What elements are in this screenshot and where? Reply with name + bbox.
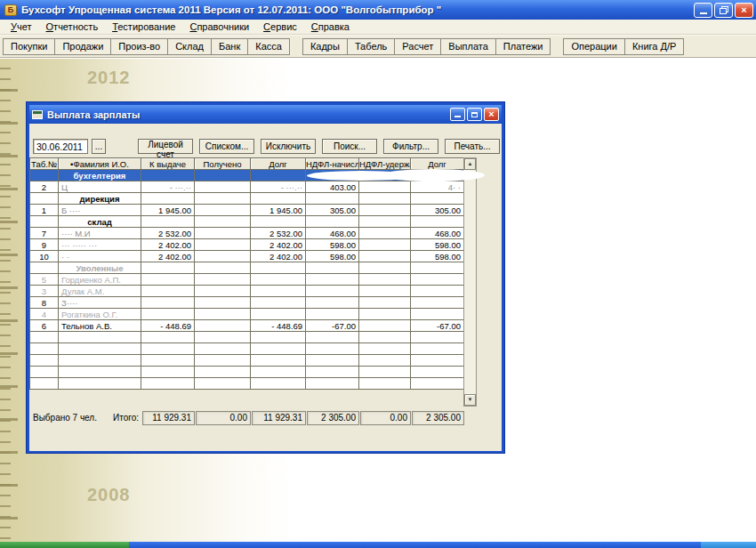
empty-row[interactable]	[30, 355, 464, 367]
employee-row[interactable]: 9··· ····· ···2 402.002 402.00598.00598.…	[30, 239, 464, 251]
column-header[interactable]: •Фамилия И.О.	[59, 158, 141, 170]
toolbar-group: ОперацииКнига Д/Р	[563, 38, 683, 55]
section-row[interactable]: дирекция	[30, 193, 464, 205]
payment-date-input[interactable]	[33, 139, 88, 154]
toolbar-button-Выплата[interactable]: Выплата	[440, 38, 496, 55]
toolbar-button-Книга Д/Р[interactable]: Книга Д/Р	[624, 38, 684, 55]
column-header[interactable]: Таб.№	[30, 158, 59, 170]
column-header[interactable]: Долг	[411, 158, 464, 170]
cell	[141, 343, 195, 355]
menu-item-Сервис[interactable]: Сервис	[256, 20, 304, 34]
menu-item-Справочники[interactable]: Справочники	[182, 20, 256, 34]
cell	[306, 297, 359, 309]
menu-item-Отчетность[interactable]: Отчетность	[39, 20, 106, 34]
toolbar-button-Произ-во[interactable]: Произ-во	[110, 38, 168, 55]
employee-row[interactable]: 8З····	[30, 297, 464, 309]
total-cell: 2 305.00	[307, 411, 359, 425]
dialog-titlebar[interactable]: Выплата зарплаты ×	[29, 105, 502, 124]
dialog-button-Списком...[interactable]: Списком...	[199, 139, 254, 154]
date-browse-button[interactable]: ...	[92, 139, 106, 154]
column-header[interactable]: Долг	[251, 158, 306, 170]
empty-row[interactable]	[30, 332, 464, 343]
toolbar-button-Платежи[interactable]: Платежи	[495, 38, 551, 55]
restore-icon	[720, 6, 728, 14]
column-header[interactable]: Получено	[195, 158, 251, 170]
toolbar-button-Табель[interactable]: Табель	[347, 38, 395, 55]
toolbar-button-Расчет[interactable]: Расчет	[394, 38, 441, 55]
start-button[interactable]	[0, 542, 129, 548]
dialog-button-Исключить[interactable]: Исключить	[261, 139, 316, 154]
menu-item-Тестирование[interactable]: Тестирование	[105, 20, 182, 34]
toolbar-button-Кадры[interactable]: Кадры	[302, 38, 348, 55]
employee-row[interactable]: 2Ц- ···.··- ···.··403.004· ·	[30, 181, 464, 193]
toolbar-button-Склад[interactable]: Склад	[167, 38, 212, 55]
column-header[interactable]: НДФЛ-начисл.	[306, 158, 359, 170]
scroll-up-icon[interactable]: ▲	[464, 158, 476, 170]
cell	[30, 378, 59, 390]
toolbar-button-Касса[interactable]: Касса	[247, 38, 290, 55]
totals-label: Итого:	[90, 413, 139, 423]
menu-item-Учет[interactable]: Учет	[4, 20, 39, 34]
empty-row[interactable]	[30, 343, 464, 355]
taskbar-middle[interactable]	[129, 542, 701, 548]
close-icon: ×	[741, 5, 746, 15]
cell	[30, 343, 59, 355]
minimize-button[interactable]	[694, 3, 712, 18]
cell	[359, 332, 411, 343]
system-tray[interactable]	[701, 542, 756, 548]
cell: 2 402.00	[251, 251, 306, 262]
dialog-icon	[32, 110, 43, 119]
cell	[30, 355, 59, 367]
dialog-button-Лицевой счет[interactable]: Лицевой счет	[138, 139, 193, 154]
scroll-down-icon[interactable]: ▼	[464, 394, 476, 406]
cell	[59, 343, 141, 355]
empty-row[interactable]	[30, 367, 464, 378]
toolbar-group: ПокупкиПродажиПроиз-воСкладБанкКасса	[3, 38, 289, 55]
toolbar-button-Продажи[interactable]: Продажи	[54, 38, 111, 55]
section-row[interactable]: склад	[30, 216, 464, 228]
workspace: 2012 2008 Выплата зарплаты × ... Лицевой…	[0, 59, 756, 542]
cell: 403.00	[306, 181, 359, 193]
employee-row[interactable]: 1Б ····1 945.001 945.00305.00305.00	[30, 205, 464, 216]
cell	[251, 286, 306, 297]
dialog-close-button[interactable]: ×	[484, 108, 499, 121]
cell: ··· ····· ···	[59, 239, 141, 251]
dialog-maximize-button[interactable]	[467, 108, 482, 121]
salary-table: Таб.№•Фамилия И.О.К выдачеПолученоДолгНД…	[29, 157, 464, 390]
cell	[195, 274, 251, 286]
close-button[interactable]: ×	[735, 3, 753, 18]
dialog-title: Выплата зарплаты	[47, 109, 448, 120]
toolbar-button-Банк[interactable]: Банк	[211, 38, 248, 55]
employee-row[interactable]: 4Рогаткина О.Г.	[30, 309, 464, 320]
toolbar-button-Операции[interactable]: Операции	[563, 38, 624, 55]
cell	[306, 355, 359, 367]
dialog-button-Фильтр...[interactable]: Фильтр...	[383, 139, 438, 154]
dialog-button-Печать...[interactable]: Печать...	[445, 139, 500, 154]
cell	[30, 170, 59, 181]
vertical-scrollbar[interactable]: ▲ ▼	[463, 157, 477, 407]
employee-row[interactable]: 10· ·2 402.002 402.00598.00598.00	[30, 251, 464, 262]
column-header[interactable]: НДФЛ-удержан	[359, 158, 411, 170]
menu-item-Справка[interactable]: Справка	[304, 20, 357, 34]
dialog-minimize-button[interactable]	[450, 108, 465, 121]
employee-row[interactable]: 7···· М.И2 532.002 532.00468.00468.00	[30, 228, 464, 239]
dialog-button-Поиск...[interactable]: Поиск...	[322, 139, 377, 154]
cell	[359, 343, 411, 355]
cell: 10	[30, 251, 59, 262]
cell	[30, 262, 59, 274]
cell	[411, 355, 464, 367]
main-titlebar[interactable]: Б Бухсофт Упрощенная система 2011 Версия…	[0, 0, 756, 20]
cell	[195, 332, 251, 343]
employee-row[interactable]: 6Тельнов А.В.- 448.69- 448.69-67.00-67.0…	[30, 320, 464, 332]
toolbar-button-Покупки[interactable]: Покупки	[3, 38, 55, 55]
empty-row[interactable]	[30, 378, 464, 390]
section-row[interactable]: Уволенные	[30, 262, 464, 274]
employee-row[interactable]: 5Гордиенко А.П.	[30, 274, 464, 286]
cell	[195, 193, 251, 205]
cell	[195, 320, 251, 332]
cell	[411, 286, 464, 297]
restore-button[interactable]	[714, 3, 733, 18]
salary-payment-dialog: Выплата зарплаты × ... Лицевой счетСписк…	[27, 102, 504, 453]
employee-row[interactable]: 3Дулак А.М.	[30, 286, 464, 297]
column-header[interactable]: К выдаче	[141, 158, 195, 170]
